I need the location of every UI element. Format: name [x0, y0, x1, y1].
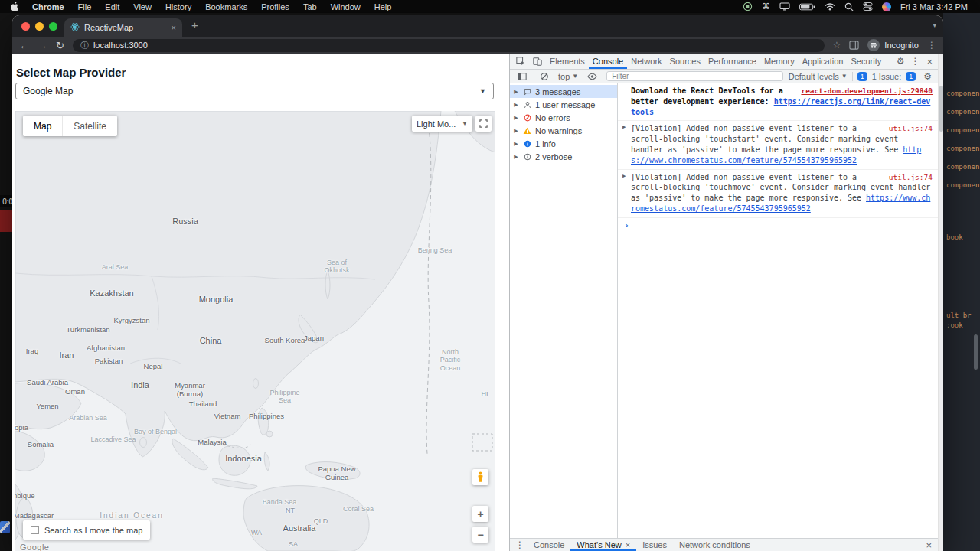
- console-context-selector[interactable]: top ▼: [558, 72, 578, 81]
- drawer-tab-network-conditions[interactable]: Network conditions: [673, 539, 756, 551]
- back-button[interactable]: ←: [19, 41, 29, 51]
- siri-icon[interactable]: [882, 2, 891, 11]
- zoom-out-button[interactable]: −: [472, 527, 488, 543]
- expand-triangle-icon[interactable]: ▶: [622, 124, 626, 132]
- menu-view[interactable]: View: [126, 2, 158, 11]
- console-sidebar-toggle-icon[interactable]: [514, 72, 531, 81]
- site-info-icon[interactable]: ⓘ: [80, 40, 89, 51]
- devtools-tab-sources[interactable]: Sources: [666, 54, 704, 69]
- browser-tab[interactable]: ReactiveMap ×: [64, 18, 182, 37]
- clear-console-icon[interactable]: [536, 72, 553, 81]
- menu-chrome[interactable]: Chrome: [25, 2, 71, 11]
- bookmark-star-icon[interactable]: ☆: [833, 40, 841, 51]
- tab-search-chevron-icon[interactable]: ▾: [933, 21, 936, 29]
- background-editor-window[interactable]: componencomponencomponencomponencomponen…: [943, 13, 980, 551]
- expand-triangle-icon[interactable]: ▶: [513, 141, 519, 147]
- side-panel-icon[interactable]: [849, 41, 859, 50]
- console-sidebar-item-2-verbose[interactable]: ▶2 verbose: [510, 150, 617, 163]
- device-toolbar-icon[interactable]: [529, 57, 546, 66]
- tab-close-icon[interactable]: ×: [172, 23, 176, 32]
- drawer-tab-console[interactable]: Console: [528, 539, 570, 551]
- devtools-tab-memory[interactable]: Memory: [760, 54, 799, 69]
- devtools-scrollbar-thumb[interactable]: [939, 86, 943, 132]
- message-source-link[interactable]: util.js:74: [889, 172, 933, 182]
- log-levels-select[interactable]: Default levels ▼: [789, 72, 848, 81]
- editor-scrollbar-thumb[interactable]: [974, 334, 978, 370]
- expand-triangle-icon[interactable]: ▶: [513, 128, 519, 134]
- forward-button[interactable]: →: [38, 41, 47, 51]
- console-sidebar-item-1-info[interactable]: ▶1 info: [510, 137, 617, 150]
- fullscreen-button[interactable]: [475, 116, 492, 132]
- devtools-kebab-icon[interactable]: ⋮: [907, 56, 923, 67]
- devtools-tab-security[interactable]: Security: [847, 54, 885, 69]
- spotlight-search-icon[interactable]: [844, 2, 854, 11]
- drawer-tab-what-s-new[interactable]: What's New×: [570, 539, 636, 551]
- menu-bookmarks[interactable]: Bookmarks: [198, 2, 254, 11]
- what-s-new-close-icon[interactable]: ×: [626, 540, 630, 549]
- menu-profiles[interactable]: Profiles: [254, 2, 296, 11]
- drawer-more-icon[interactable]: ⋮: [512, 540, 528, 550]
- incognito-chip[interactable]: Incognito: [867, 39, 919, 51]
- drawer-close-icon[interactable]: ×: [921, 540, 936, 551]
- devtools-tab-performance[interactable]: Performance: [704, 54, 760, 69]
- battery-icon[interactable]: [799, 3, 815, 11]
- expand-triangle-icon[interactable]: ▶: [513, 102, 519, 108]
- map-view-button[interactable]: Map: [23, 116, 62, 136]
- menu-history[interactable]: History: [158, 2, 198, 11]
- console-sidebar-item-no-warnings[interactable]: ▶No warnings: [510, 124, 617, 137]
- menu-file[interactable]: File: [71, 2, 99, 11]
- window-minimize-button[interactable]: [35, 22, 44, 31]
- context-value: top: [558, 72, 570, 81]
- reload-button[interactable]: ↻: [56, 41, 64, 51]
- menu-edit[interactable]: Edit: [98, 2, 126, 11]
- expand-triangle-icon[interactable]: ▶: [513, 89, 519, 95]
- address-bar[interactable]: ⓘ localhost:3000: [73, 39, 825, 52]
- console-settings-gear-icon[interactable]: ⚙: [920, 71, 935, 82]
- map-provider-select[interactable]: Google Map ▼: [15, 83, 494, 99]
- console-sidebar-item-1-user-message[interactable]: ▶1 user message: [510, 98, 617, 111]
- wifi-icon[interactable]: [825, 3, 835, 11]
- apple-logo-icon[interactable]: [6, 2, 25, 11]
- satellite-view-button[interactable]: Satellite: [62, 116, 117, 136]
- map-canvas[interactable]: RussiaKazakhstanMongoliaKyrgyzstanTurkme…: [15, 111, 495, 551]
- devtools-close-icon[interactable]: ×: [923, 56, 936, 67]
- dock-app-sliver[interactable]: [0, 521, 10, 533]
- devtools-tab-elements[interactable]: Elements: [546, 54, 589, 69]
- control-center-icon[interactable]: [863, 2, 873, 11]
- menu-tab[interactable]: Tab: [296, 2, 324, 11]
- expand-triangle-icon[interactable]: ▶: [513, 115, 519, 121]
- inspect-element-icon[interactable]: [512, 57, 529, 66]
- devtools-tab-network[interactable]: Network: [627, 54, 665, 69]
- message-source-link[interactable]: util.js:74: [889, 123, 933, 133]
- devtools-scrollbar[interactable]: [938, 54, 943, 551]
- pegman-button[interactable]: [472, 469, 488, 485]
- window-close-button[interactable]: [21, 22, 30, 31]
- devtools-tab-console[interactable]: Console: [589, 54, 627, 69]
- devtools-settings-gear-icon[interactable]: ⚙: [893, 56, 908, 67]
- console-prompt[interactable]: ›: [618, 218, 939, 233]
- devtools-tab-application[interactable]: Application: [799, 54, 848, 69]
- browser-window: ReactiveMap × + ▾ ← → ↻ ⓘ localhost:3000…: [12, 15, 943, 551]
- browser-menu-kebab-icon[interactable]: ⋮: [927, 40, 936, 51]
- console-sidebar-item-3-messages[interactable]: ▶3 messages: [510, 85, 617, 98]
- drawer-tab-issues[interactable]: Issues: [636, 539, 673, 551]
- keyboard-shortcut-icon[interactable]: ⌘: [762, 2, 770, 11]
- window-zoom-button[interactable]: [49, 22, 57, 31]
- expand-triangle-icon[interactable]: ▶: [622, 173, 626, 181]
- zoom-in-button[interactable]: +: [472, 506, 488, 522]
- map-style-select[interactable]: Light Mo... ▼: [412, 116, 472, 132]
- menubar-clock[interactable]: Fri 3 Mar 3:42 PM: [900, 2, 968, 11]
- message-source-link[interactable]: react-dom.development.js:29840: [801, 86, 933, 96]
- menu-help[interactable]: Help: [368, 2, 399, 11]
- menu-window[interactable]: Window: [324, 2, 368, 11]
- expand-triangle-icon[interactable]: ▶: [513, 154, 519, 160]
- display-icon[interactable]: [779, 2, 790, 11]
- live-expression-eye-icon[interactable]: [583, 73, 601, 80]
- search-as-move-checkbox[interactable]: [31, 526, 39, 534]
- issues-badge[interactable]: 1: [858, 72, 867, 81]
- console-sidebar-item-no-errors[interactable]: ▶No errors: [510, 111, 617, 124]
- issues-count-badge[interactable]: 1: [906, 72, 916, 81]
- console-filter-input[interactable]: Filter: [606, 71, 782, 81]
- screen-record-icon[interactable]: [743, 2, 753, 11]
- new-tab-button[interactable]: +: [191, 19, 198, 31]
